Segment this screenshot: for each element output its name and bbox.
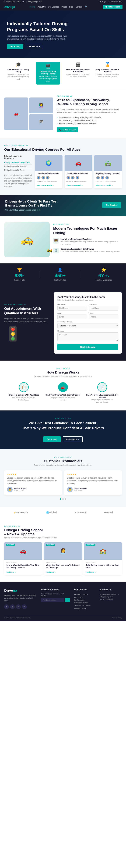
news-link-2[interactable]: Read More → (86, 571, 96, 573)
nav-pages[interactable]: Pages (61, 6, 67, 8)
partner-1: 🌐Global (46, 511, 57, 514)
sidebar-item-teens[interactable]: Driving Lessons for Teens (4, 168, 32, 172)
step-circle-1: 🚗 (58, 382, 68, 392)
confidence-section: WHY CHOOSE US We Give Best Guidance To E… (0, 410, 126, 449)
twitter-icon[interactable]: t (100, 1, 101, 3)
top-bar-phone: +1 7800 333 0068 (108, 1, 123, 3)
partner-0: ⚡SYNERGY (13, 511, 28, 514)
hero-learn-more-button[interactable]: Learn More ► (25, 44, 43, 49)
facebook-icon[interactable]: f (99, 1, 99, 3)
course-link-1[interactable]: View Course Details → (66, 185, 83, 186)
feature-desc-2: Access hundreds of free tutorials and vi… (66, 73, 90, 78)
instructor-avatar-6: 👤 (96, 176, 100, 180)
news-link-1[interactable]: Read More → (46, 571, 56, 573)
nav-dot-0[interactable] (60, 498, 61, 500)
newsletter-submit-button[interactable]: → (65, 598, 70, 602)
footer-course-3[interactable]: International Drivers (74, 601, 96, 604)
about-phone-button[interactable]: 📞 +1 7800 333 0068 (57, 127, 78, 132)
footer-facebook-icon[interactable]: f (4, 604, 9, 609)
nav-home[interactable]: Home (30, 6, 35, 8)
footer-youtube-icon[interactable]: yt (22, 604, 27, 609)
hero-get-started-button[interactable]: Get Started (7, 44, 23, 49)
firstname-label: First Name (57, 304, 87, 305)
top-bar-email[interactable]: info@drivega.com (28, 1, 42, 3)
nav-blog[interactable]: Blog (69, 6, 73, 8)
search-icon[interactable]: 🔍 (85, 5, 88, 8)
nav-contact[interactable]: Contact (75, 6, 82, 8)
footer: Drivega Drivega is your trusted partner … (0, 582, 126, 621)
course-link-2[interactable]: View Course Details → (96, 185, 113, 186)
linkedin-icon[interactable]: in (102, 1, 103, 3)
youtube-icon[interactable]: yt (104, 1, 105, 3)
form-group-phone: Phone (89, 312, 118, 319)
author-info-0: Tamara Brown Student Driver (14, 488, 26, 491)
news-link-0[interactable]: Read More → (6, 571, 16, 573)
footer-social: f t in yt (4, 604, 37, 609)
footer-course-1[interactable]: For Seniors (74, 596, 96, 599)
header-phone[interactable]: +1 7800 333 0068 (103, 5, 123, 9)
how-works-title: How Drivega Works (4, 370, 122, 374)
tech-feature-0: 👨‍🏫 Learn from Experienced Teachers Our … (53, 238, 122, 245)
nav-dot-1[interactable] (62, 498, 64, 500)
footer-course-5[interactable]: Highway Driving (74, 607, 96, 610)
tech-title: Modern Technologies For Much Easier Driv… (53, 226, 122, 235)
confidence-get-started-button[interactable]: Get Started (43, 436, 61, 442)
form-group-lastname: Last Name (89, 304, 118, 311)
footer-twitter-icon[interactable]: t (10, 604, 15, 609)
newsletter-email-input[interactable] (41, 598, 64, 602)
email-input[interactable] (57, 314, 87, 319)
form-submit-button[interactable]: Book A Lesson (57, 344, 118, 350)
about-list-item-2: Flexible scheduling for weekdays and wee… (57, 122, 122, 125)
firstname-input[interactable] (57, 306, 87, 311)
step-title-0: Choose a Course With Your Need (4, 394, 43, 396)
cone-decoration: 🚧 (47, 249, 52, 254)
virtual-classroom-icon: 🖥️ (38, 64, 59, 69)
appt-section-label: BOOK AN APPOINTMENT (4, 304, 50, 305)
appointment-section: BOOK AN APPOINTMENT Get Appointment With… (0, 285, 126, 361)
message-textarea[interactable] (57, 332, 118, 341)
courses-sidebar: Driving Lessons for Beginners Driving Le… (4, 155, 32, 188)
course-card-0: 🌍 For International Drivers 👤 👤 👤 Instru… (35, 155, 62, 188)
footer-instagram-icon[interactable]: in (16, 604, 21, 609)
sidebar-item-seniors[interactable]: Driving Lessons for Seniors (4, 164, 32, 168)
footer-grid: Drivega Drivega is your trusted partner … (4, 588, 122, 610)
cta-get-started-button[interactable]: Get Started (102, 202, 121, 208)
top-bar-address[interactable]: 25 West Street, Dallas, TX (3, 1, 24, 3)
tech-section: 🚕 🚧 WHY CHOOSE US Modern Technologies Fo… (0, 216, 126, 264)
feature-item-3: 🏅 Fully licensed, Certified & Bonded Qua… (95, 62, 120, 85)
feature-item-1: 🖥️ Virtual Classroom Training Facility B… (36, 62, 60, 85)
nav-courses[interactable]: Our Courses (48, 6, 59, 8)
footer-privacy-link[interactable]: Privacy Policy (112, 617, 122, 619)
course-link-0[interactable]: View Course Details → (37, 185, 54, 186)
email-label: Email (57, 312, 87, 314)
course-select[interactable]: Choose Your Course Beginners Lessons Hig… (57, 323, 118, 329)
lastname-input[interactable] (89, 306, 118, 311)
courses-title: Our Educational Driving Courses For All … (4, 148, 122, 152)
footer-course-2[interactable]: For Teenagers (74, 599, 96, 601)
top-bar-contact: 25 West Street, Dallas, TX | info@driveg… (3, 1, 43, 3)
stat-number-2: 6Yrs (96, 273, 112, 278)
instructor-icon: 👤 (54, 268, 66, 272)
footer-course-4[interactable]: Automatic Car Lessons (74, 604, 96, 607)
nav-about[interactable]: About Us (38, 6, 45, 8)
top-bar: 25 West Street, Dallas, TX | info@driveg… (0, 0, 126, 3)
feature-title-0: Learn Basics Of Driving Safety (6, 68, 31, 73)
instructor-avatar-4: 👤 (71, 176, 75, 180)
footer-newsletter-heading: Newsletter Signup (41, 588, 70, 591)
footer-course-0[interactable]: Beginners Lessons (74, 593, 96, 596)
appt-description: Simply fill in the form to book your les… (4, 317, 50, 323)
hero-section: Individually Tailored Driving Programs B… (0, 10, 126, 58)
about-img-bottom-right: 🏁 (29, 114, 53, 130)
phone-input[interactable] (89, 314, 118, 319)
tech-section-label: WHY CHOOSE US (53, 223, 122, 225)
course-card-img-1: 🚗 (65, 155, 92, 171)
confidence-buttons: Get Started Learn More → (4, 436, 122, 442)
sidebar-item-beginners[interactable]: Driving Lessons for Beginners (4, 161, 32, 164)
courses-section: EDUCATIONAL PROGRAMS Our Educational Dri… (0, 138, 126, 195)
message-label: Message (57, 330, 118, 332)
nav-dot-2[interactable] (65, 498, 66, 500)
main-nav: Home About Us Our Courses Pages Blog Con… (30, 5, 88, 8)
top-bar-social: f t in yt (99, 1, 106, 3)
confidence-learn-more-button[interactable]: Learn More → (63, 436, 83, 442)
course-card-img-0: 🌍 (35, 155, 62, 171)
